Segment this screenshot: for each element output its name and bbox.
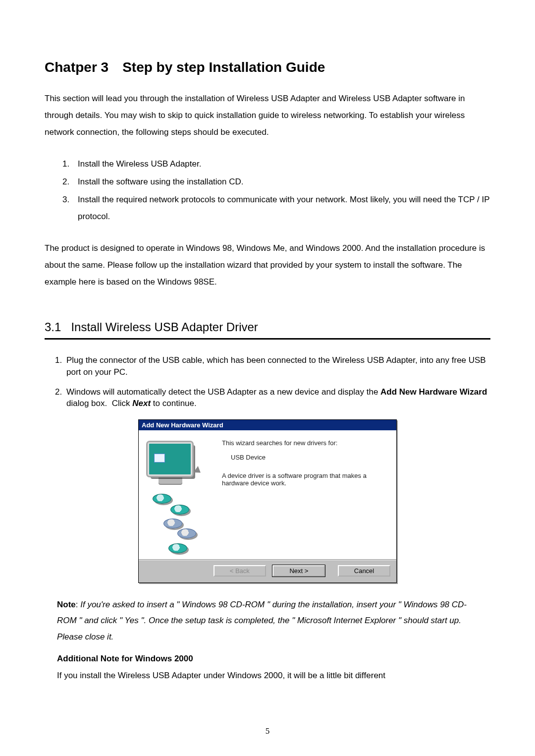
wizard-graphic — [148, 439, 222, 553]
wizard-device-name: USB Device — [231, 454, 387, 461]
disc-icon — [177, 528, 196, 538]
bold-italic-text: Next — [132, 399, 151, 408]
overview-step-item: Install the Wireless USB Adapter. — [72, 156, 490, 173]
disc-icon — [153, 494, 171, 504]
disc-icon — [163, 519, 182, 528]
disc-icon — [168, 543, 187, 553]
wizard-footer: < Back Next > Cancel — [139, 560, 396, 582]
chapter-heading: Chatper 3 Step by step Installation Guid… — [45, 59, 490, 75]
page-number: 5 — [0, 726, 535, 736]
text-fragment: Windows will automatically detect the US… — [66, 387, 380, 397]
wizard-screenshot: Add New Hardware Wizard — [45, 419, 490, 583]
disc-icon — [170, 505, 189, 515]
monitor-icon — [148, 442, 192, 476]
text-fragment: to continue. — [151, 399, 197, 408]
additional-note-text: If you install the Wireless USB Adapter … — [57, 669, 478, 682]
install-steps-list: Plug the connector of the USB cable, whi… — [45, 354, 490, 409]
text-fragment: dialog box. Click — [66, 399, 132, 408]
wizard-line-1: This wizard searches for new drivers for… — [222, 439, 387, 447]
section-number: 3.1 — [45, 320, 61, 334]
section-title: Install Wireless USB Adapter Driver — [71, 320, 258, 334]
wizard-line-2: A device driver is a software program th… — [222, 472, 387, 487]
cancel-button[interactable]: Cancel — [338, 565, 390, 577]
bold-text: Add New Hardware Wizard — [380, 387, 487, 397]
monitor-window-icon — [154, 454, 165, 463]
arrow-icon — [193, 466, 203, 476]
section-heading: 3.1 Install Wireless USB Adapter Driver — [45, 320, 490, 334]
install-step-item: Plug the connector of the USB cable, whi… — [64, 354, 490, 378]
intro-paragraph: This section will lead you through the i… — [45, 90, 490, 141]
back-button[interactable]: < Back — [214, 565, 266, 577]
wizard-text-panel: This wizard searches for new drivers for… — [222, 439, 387, 553]
note-label: Note — [57, 600, 76, 609]
document-page: Chatper 3 Step by step Installation Guid… — [0, 0, 535, 756]
next-button[interactable]: Next > — [272, 565, 325, 577]
additional-note-heading: Additional Note for Windows 2000 — [57, 654, 478, 664]
note-colon: : — [76, 600, 80, 609]
note-text: If you're asked to insert a " Windows 98… — [57, 600, 467, 641]
add-new-hardware-wizard-dialog: Add New Hardware Wizard — [138, 419, 397, 583]
wizard-titlebar: Add New Hardware Wizard — [139, 420, 396, 430]
os-note-paragraph: The product is designed to operate in Wi… — [45, 240, 490, 291]
section-rule — [45, 338, 490, 340]
overview-steps-list: Install the Wireless USB Adapter. Instal… — [45, 156, 490, 225]
install-step-item: Windows will automatically detect the US… — [64, 386, 490, 410]
discs-icon — [153, 494, 171, 553]
monitor-base-icon — [159, 476, 182, 484]
overview-step-item: Install the software using the installat… — [72, 174, 490, 190]
overview-step-item: Install the required network protocols t… — [72, 191, 490, 225]
wizard-body: This wizard searches for new drivers for… — [139, 430, 396, 560]
note-paragraph: Note: If you're asked to insert a " Wind… — [57, 597, 478, 645]
